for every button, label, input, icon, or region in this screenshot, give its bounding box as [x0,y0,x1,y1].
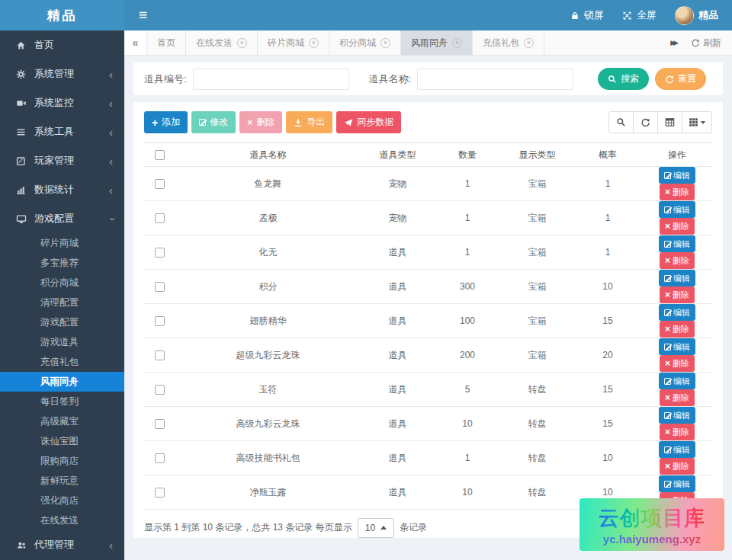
edit-button[interactable]: 编辑 [659,167,695,184]
col-item-name[interactable]: 道具名称 [175,143,361,167]
search-button[interactable]: 搜索 [598,68,649,90]
tab-home[interactable]: 首页 [147,30,186,55]
row-checkbox[interactable] [155,316,165,326]
reset-button[interactable]: 重置 [655,68,706,90]
tab-close-icon[interactable]: × [380,38,390,48]
user-menu[interactable]: 精品 [675,6,718,25]
sidebar-item-home[interactable]: 首页 [0,30,124,59]
modify-button[interactable]: 修改 [191,111,236,133]
col-display-type[interactable]: 显示类型 [501,143,573,167]
sidebar-subitem[interactable]: 高级藏宝 [0,411,124,431]
row-checkbox[interactable] [155,350,165,360]
sidebar-subitem[interactable]: 多宝推荐 [0,253,124,273]
delete-button[interactable]: ×删除 [660,218,695,235]
tab-close-icon[interactable]: × [452,38,462,48]
table-row: 翅膀精华道具100宝箱15编辑×删除 [144,304,712,338]
sidebar-subitem[interactable]: 清理配置 [0,293,124,312]
lock-screen-button[interactable]: 锁屏 [570,8,604,22]
row-checkbox[interactable] [155,248,165,258]
sidebar-item-data-stats[interactable]: 数据统计 ‹ [0,175,124,204]
table-search-button[interactable] [608,111,634,133]
item-name-input[interactable] [417,69,573,90]
edit-button[interactable]: 编辑 [659,475,695,492]
table-columns-button[interactable] [682,111,712,133]
sidebar-subitem[interactable]: 每日签到 [0,392,124,411]
edit-button[interactable]: 编辑 [659,373,695,389]
tabs-scroll-left-button[interactable]: « [124,30,147,55]
sync-data-button[interactable]: 同步数据 [336,111,401,133]
tab-recharge-pack[interactable]: 充值礼包× [473,30,544,55]
batch-delete-button[interactable]: ×删除 [239,111,282,133]
sidebar-subitem[interactable]: 充值礼包 [0,352,124,372]
sidebar-subitem[interactable]: 新鲜玩意 [0,471,124,491]
row-checkbox[interactable] [155,213,165,223]
add-button[interactable]: +添加 [144,111,188,133]
tab-close-icon[interactable]: × [309,38,319,48]
edit-button[interactable]: 编辑 [659,201,695,218]
row-checkbox[interactable] [155,488,165,498]
fast-forward-icon[interactable]: ▶▶ [670,39,679,46]
col-quantity[interactable]: 数量 [434,143,501,167]
fullscreen-button[interactable]: 全屏 [622,8,657,22]
chevron-left-icon: ‹ [109,126,113,138]
sidebar-item-agent-manage[interactable]: 代理管理 ‹ [0,530,124,559]
sidebar-item-game-config[interactable]: 游戏配置 ‹ [0,204,124,233]
tab-close-icon[interactable]: × [524,38,534,48]
table-refresh-button[interactable] [633,111,658,133]
export-button[interactable]: 导出 [286,111,332,133]
delete-button[interactable]: ×删除 [660,184,695,200]
delete-button[interactable]: ×删除 [660,424,695,440]
delete-button[interactable]: ×删除 [660,252,695,269]
table-view-button[interactable] [657,111,682,133]
col-item-type[interactable]: 道具类型 [361,143,434,167]
chevron-left-icon: ‹ [109,98,113,109]
edit-button[interactable]: 编辑 [659,304,695,321]
page-size-dropdown[interactable]: 10 [358,518,394,538]
edit-button[interactable]: 编辑 [659,441,695,458]
edit-button[interactable]: 编辑 [659,338,695,355]
sidebar-item-system-monitor[interactable]: 系统监控 ‹ [0,88,124,117]
pagination-summary: 显示第 1 到第 10 条记录，总共 13 条记录 每页显示 [144,521,352,534]
table-tools [608,111,712,133]
row-checkbox[interactable] [155,179,165,189]
sidebar-subitem[interactable]: 强化商店 [0,491,124,510]
row-checkbox[interactable] [155,282,165,292]
item-id-input[interactable] [193,69,349,90]
edit-button[interactable]: 编辑 [659,270,695,286]
sidebar-subitem[interactable]: 在线发送 [0,510,124,530]
hamburger-icon: ≡ [139,7,147,24]
sidebar-subitem[interactable]: 碎片商城 [0,233,124,253]
list-icon [16,127,34,137]
delete-button[interactable]: ×删除 [660,458,695,475]
sidebar-item-system-manage[interactable]: 系统管理 ‹ [0,59,124,88]
delete-button[interactable]: ×删除 [660,321,695,338]
delete-button[interactable]: ×删除 [660,286,695,303]
plus-icon: + [152,117,158,128]
row-checkbox[interactable] [155,453,165,463]
sidebar-item-player-manage[interactable]: 玩家管理 ‹ [0,146,124,175]
sidebar-subitem[interactable]: 游戏配置 [0,312,124,332]
sidebar-toggle-button[interactable]: ≡ [124,0,162,30]
select-all-checkbox[interactable] [155,150,165,160]
main-area: « 首页 在线发送× 碎片商城× 积分商城× 风雨同舟× 充值礼包× ▶▶ 刷新… [124,30,732,560]
tab-fragment-mall[interactable]: 碎片商城× [258,30,329,55]
caret-down-icon [701,121,705,124]
edit-button[interactable]: 编辑 [659,235,695,252]
tab-points-mall[interactable]: 积分商城× [329,30,401,55]
delete-button[interactable]: ×删除 [660,355,695,372]
refresh-tab-button[interactable]: 刷新 [691,37,721,50]
sidebar-subitem[interactable]: 限购商店 [0,451,124,471]
sidebar-subitem[interactable]: 游戏道具 [0,332,124,352]
delete-button[interactable]: ×删除 [660,389,695,406]
row-checkbox[interactable] [155,385,165,395]
sidebar-item-system-tools[interactable]: 系统工具 ‹ [0,117,124,146]
sidebar-subitem[interactable]: 诛仙宝图 [0,431,124,451]
sidebar-subitem-active[interactable]: 风雨同舟 [0,372,124,392]
tab-close-icon[interactable]: × [237,38,247,48]
col-probability[interactable]: 概率 [573,143,642,167]
sidebar-subitem[interactable]: 积分商城 [0,273,124,293]
edit-button[interactable]: 编辑 [659,407,695,424]
row-checkbox[interactable] [155,419,165,429]
tab-online-send[interactable]: 在线发送× [186,30,258,55]
tab-active-fengyutongzhou[interactable]: 风雨同舟× [401,30,473,55]
